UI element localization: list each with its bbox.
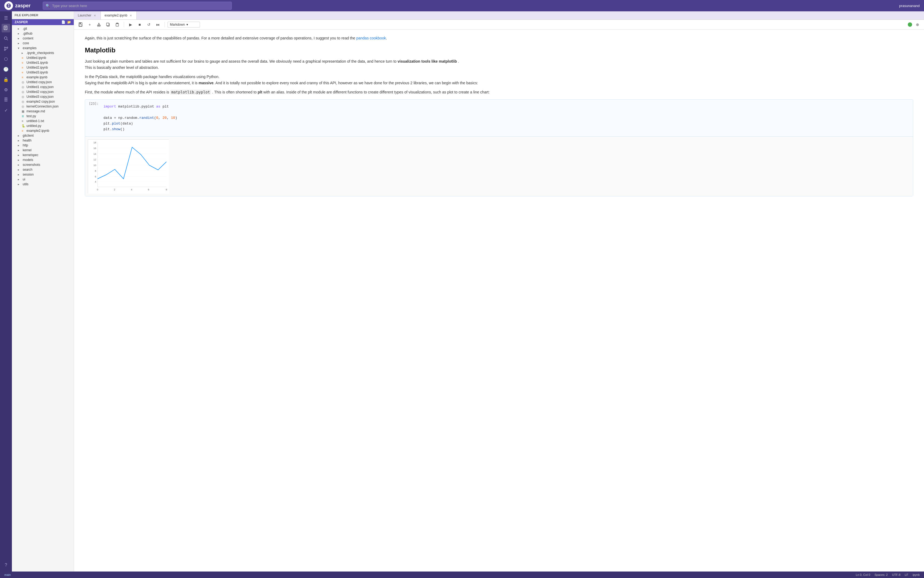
fe-item-http[interactable]: ▸http [12, 143, 74, 148]
svg-point-5 [4, 37, 7, 39]
restart-button[interactable]: ↺ [145, 21, 153, 28]
fe-item-github[interactable]: ▸.github [12, 31, 74, 36]
tab-launcher-close[interactable]: ✕ [93, 13, 97, 17]
fe-header: FILE EXPLORER [12, 11, 74, 19]
sidebar-check-icon[interactable]: ✓ [2, 106, 10, 115]
svg-rect-22 [97, 142, 166, 187]
fe-item-ui[interactable]: ▸ui [12, 177, 74, 182]
sidebar-database-icon[interactable]: 🗄 [2, 96, 10, 104]
logo: zasper [4, 2, 39, 10]
svg-text:8: 8 [166, 188, 167, 191]
fe-item-message-md[interactable]: ▦message.md [12, 109, 74, 114]
svg-text:6: 6 [148, 188, 149, 191]
matplotlib-chart: 18 16 14 12 10 8 6 4 0 2 4 6 [88, 140, 169, 193]
svg-line-6 [7, 39, 8, 40]
toolbar: + ▶ [74, 20, 924, 30]
fe-item-examples[interactable]: ▾examples [12, 45, 74, 50]
svg-point-8 [7, 47, 8, 48]
add-cell-button[interactable]: + [86, 21, 94, 28]
sidebar-search-icon[interactable] [2, 34, 10, 43]
paste-button[interactable] [114, 21, 121, 28]
more-options-button[interactable]: ⊕ [914, 21, 921, 28]
sidebar-lock-icon[interactable]: 🔒 [2, 75, 10, 84]
fe-item-utils[interactable]: ▸utils [12, 182, 74, 187]
cell-header: [23]: import matplotlib.pyplot as plt da… [85, 100, 913, 136]
fe-item-test-py[interactable]: ≣test.py [12, 114, 74, 119]
fe-item-untitled2[interactable]: ≡Untitled2.ipynb [12, 65, 74, 70]
svg-text:16: 16 [94, 147, 96, 149]
logo-icon [4, 2, 13, 10]
fast-forward-button[interactable]: ⏭ [154, 21, 162, 28]
fe-item-kernelspec[interactable]: ▸kernelspec [12, 153, 74, 157]
content-area: Launcher ✕ example2.ipynb ✕ + [74, 11, 924, 572]
cell-output: 18 16 14 12 10 8 6 4 0 2 4 6 [85, 136, 913, 196]
fe-item-untitled3-copy-json[interactable]: ◎Untitled3 copy.json [12, 94, 74, 99]
fe-item-untitled-txt[interactable]: ≡untitled-1.txt [12, 119, 74, 123]
svg-text:8: 8 [95, 170, 96, 172]
fe-item-untitled-py[interactable]: 🐍untitled.py [12, 123, 74, 128]
fe-item-health[interactable]: ▸health [12, 138, 74, 143]
tab-launcher[interactable]: Launcher ✕ [74, 11, 101, 19]
fe-tree: ▸.git ▸.github ▸content ▸core ▾examples … [12, 25, 74, 572]
tab-example2[interactable]: example2.ipynb ✕ [101, 11, 137, 19]
fe-item-untitled2-copy-json[interactable]: ◎Untitled2 copy.json [12, 89, 74, 94]
sidebar-menu-icon[interactable]: ☰ [2, 13, 10, 22]
tab-example2-close[interactable]: ✕ [129, 13, 133, 17]
statusbar: main Ln 0, Col 0 Spaces: 2 UTF-8 LF ipyn… [0, 572, 924, 578]
search-icon: 🔍 [45, 4, 50, 8]
fe-icon-new-file[interactable]: 📄 [61, 20, 65, 24]
fe-item-untitled1-copy-json[interactable]: ◎Untitled1 copy.json [12, 84, 74, 89]
fe-icon-new-folder[interactable]: 📁 [67, 20, 71, 24]
cell-code[interactable]: import matplotlib.pyplot as plt data = n… [101, 102, 913, 134]
cut-button[interactable] [95, 21, 103, 28]
fe-zasper-icons: 📄 📁 [61, 20, 71, 24]
sidebar-help-icon[interactable]: ? [2, 561, 10, 569]
fe-item-models[interactable]: ▸models [12, 157, 74, 162]
fe-item-kernelconnection-json[interactable]: ◎kernelConnection.json [12, 104, 74, 109]
fe-item-ipynb-checkpoints[interactable]: ▸.ipynb_checkpoints [12, 50, 74, 55]
fe-item-untitled3[interactable]: ≡Untitled3.ipynb [12, 70, 74, 75]
fe-item-example2-ipynb[interactable]: ≡example2.ipynb [12, 128, 74, 133]
para2: In the PyData stack, the matplotlib pack… [85, 74, 913, 86]
run-button[interactable]: ▶ [127, 21, 134, 28]
fe-item-git[interactable]: ▸.git [12, 26, 74, 31]
fe-item-search[interactable]: ▸search [12, 167, 74, 172]
sidebar-files-icon[interactable] [2, 24, 10, 32]
fe-zasper-row[interactable]: ZASPER 📄 📁 [12, 19, 74, 25]
pandas-cookbook-link[interactable]: pandas cookbook [356, 36, 386, 40]
icon-sidebar: ☰ ⬡ 🕐 🔒 ⚙ 🗄 [0, 11, 12, 572]
svg-line-15 [98, 23, 99, 25]
statusbar-spaces: Spaces: 2 [875, 573, 888, 576]
sidebar-extensions-icon[interactable]: ⬡ [2, 55, 10, 63]
cell-type-dropdown[interactable]: Markdown ▾ [167, 22, 200, 28]
topbar: zasper 🔍 Type your search here prasunana… [0, 0, 924, 11]
fe-item-example[interactable]: ≡example.ipynb [12, 75, 74, 80]
fe-item-kernel[interactable]: ▸kernel [12, 148, 74, 153]
stop-button[interactable]: ■ [136, 21, 143, 28]
fe-item-untitled-copy-json[interactable]: ◎Untitled copy.json [12, 80, 74, 84]
statusbar-filetype: ipynb [913, 573, 920, 576]
sidebar-clock-icon[interactable]: 🕐 [2, 65, 10, 73]
intro-paragraph: Again, this is just scratching the surfa… [85, 35, 913, 41]
svg-text:10: 10 [94, 164, 96, 167]
fe-item-session[interactable]: ▸session [12, 172, 74, 177]
copy-button[interactable] [104, 21, 112, 28]
fe-item-untitled1[interactable]: ≡Untitled1.ipynb [12, 60, 74, 65]
code-cell-23[interactable]: [23]: import matplotlib.pyplot as plt da… [85, 99, 913, 196]
dropdown-chevron: ▾ [187, 23, 188, 26]
statusbar-branch: main [4, 573, 11, 576]
toolbar-sep2 [164, 22, 165, 27]
fe-item-example2-copy-json[interactable]: ◎example2 copy.json [12, 99, 74, 104]
sidebar-git-icon[interactable] [2, 44, 10, 53]
search-bar[interactable]: 🔍 Type your search here [43, 2, 232, 10]
fe-item-untitled[interactable]: ≡Untitled.ipynb [12, 55, 74, 60]
fe-item-screenshots[interactable]: ▸screenshots [12, 162, 74, 167]
fe-item-core[interactable]: ▸core [12, 41, 74, 45]
statusbar-right: Ln 0, Col 0 Spaces: 2 UTF-8 LF ipynb [856, 573, 920, 576]
fe-item-gitclient[interactable]: ▸gitclient [12, 133, 74, 138]
sidebar-settings-icon[interactable]: ⚙ [2, 85, 10, 94]
svg-rect-11 [80, 23, 81, 24]
svg-text:12: 12 [94, 158, 96, 161]
fe-item-content[interactable]: ▸content [12, 36, 74, 41]
save-button[interactable] [77, 21, 84, 28]
